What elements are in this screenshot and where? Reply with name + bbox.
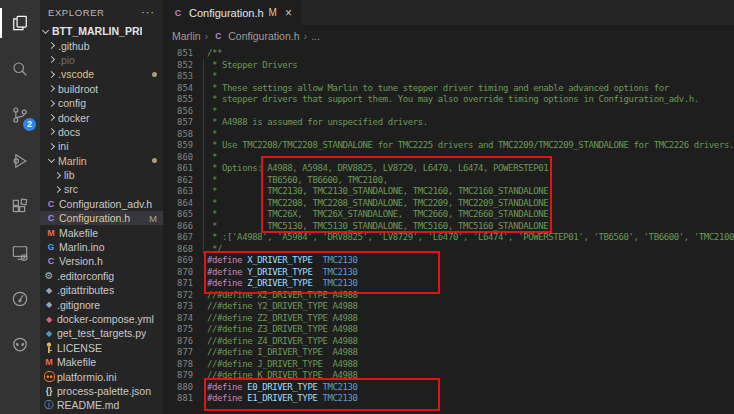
chevron-right-icon [53, 171, 62, 180]
search-icon[interactable] [0, 46, 40, 92]
tree-item-marlin-ino[interactable]: GMarlin.ino [40, 240, 163, 254]
more-actions-icon[interactable]: ··· [141, 9, 155, 15]
code-line[interactable]: 876//#define Z4_DRIVER_TYPE A4988 [163, 336, 734, 348]
tree-item-btt-marlin-pri[interactable]: BTT_MARLIN_PRI [40, 24, 163, 38]
line-text: * TMC2130, TMC2130_STANDALONE, TMC2160, … [207, 186, 553, 198]
breadcrumb-file[interactable]: Configuration.h [228, 30, 299, 42]
tree-item-configuration-adv-h[interactable]: CConfiguration_adv.h [40, 197, 163, 211]
tree-item--editorconfig[interactable]: ⚙.editorconfig [40, 269, 163, 283]
line-text: * [207, 129, 217, 141]
code-line[interactable]: 877//#define I_DRIVER_TYPE A4988 [163, 347, 734, 359]
code-line[interactable]: 873//#define Y2_DRIVER_TYPE A4988 [163, 301, 734, 313]
code-line[interactable]: 871#define Z_DRIVER_TYPE TMC2130 [163, 278, 734, 290]
line-number: 858 [163, 129, 193, 141]
code-line[interactable]: 856 * [163, 106, 734, 118]
remote-explorer-icon[interactable] [0, 230, 40, 276]
code-line[interactable]: 858 * [163, 129, 734, 141]
line-number: 860 [163, 152, 193, 164]
line-number: 878 [163, 359, 193, 371]
tab-close-icon[interactable]: × [285, 6, 292, 20]
line-text: //#define Z2_DRIVER_TYPE A4988 [207, 313, 358, 325]
code-line[interactable]: 875//#define Z3_DRIVER_TYPE A4988 [163, 324, 734, 336]
line-text: //#define I_DRIVER_TYPE A4988 [207, 347, 358, 359]
code-line[interactable]: 857 * A4988 is assumed for unspecified d… [163, 117, 734, 129]
code-line[interactable]: 866 * TMC5130, TMC5130_STANDALONE, TMC51… [163, 221, 734, 233]
tree-item-configuration-h[interactable]: CConfiguration.hM [40, 211, 163, 225]
tree-item-docs[interactable]: docs [40, 125, 163, 139]
tree-item-ini[interactable]: ini [40, 139, 163, 153]
breadcrumb-folder[interactable]: Marlin [172, 30, 201, 42]
tree-item-label: LICENSE [57, 342, 102, 354]
tree-item-label: platformio.ini [57, 371, 117, 383]
tree-item-docker-compose-yml[interactable]: ◆docker-compose.yml [40, 312, 163, 326]
tree-item--github[interactable]: .github [40, 38, 163, 52]
line-text: * Stepper Drivers [207, 60, 297, 72]
code-line[interactable]: 870#define Y_DRIVER_TYPE TMC2130 [163, 267, 734, 279]
code-line[interactable]: 859 * Use TMC2208/TMC2208_STANDALONE for… [163, 140, 734, 152]
chevron-right-icon [47, 70, 56, 79]
tree-item-readme-md[interactable]: ⓘREADME.md [40, 398, 163, 412]
pio-home-icon[interactable] [0, 276, 40, 322]
chevron-right-icon: › [205, 30, 209, 42]
tree-item-lib[interactable]: lib [40, 168, 163, 182]
code-editor[interactable]: 851/**852 * Stepper Drivers853 *854 * Th… [163, 47, 734, 414]
tree-item-docker[interactable]: docker [40, 110, 163, 124]
tree-item-license[interactable]: LICENSE [40, 341, 163, 355]
tree-item-label: .pio [58, 54, 75, 66]
tree-item--pio[interactable]: .pio [40, 53, 163, 67]
code-line[interactable]: 852 * Stepper Drivers [163, 60, 734, 72]
line-text: * TMC5130, TMC5130_STANDALONE, TMC5160, … [207, 221, 548, 233]
code-line[interactable]: 879//#define K_DRIVER_TYPE A4988 [163, 370, 734, 382]
code-line[interactable]: 878//#define J_DRIVER_TYPE A4988 [163, 359, 734, 371]
tree-item-label: BTT_MARLIN_PRI [52, 25, 142, 37]
explorer-icon[interactable] [0, 0, 40, 46]
code-line[interactable]: 869#define X_DRIVER_TYPE TMC2130 [163, 255, 734, 267]
tree-item--gitignore[interactable]: ◆.gitignore [40, 297, 163, 311]
code-line[interactable]: 854 * These settings allow Marlin to tun… [163, 83, 734, 95]
run-debug-icon[interactable] [0, 138, 40, 184]
tab-configuration-h[interactable]: C Configuration.h M × [163, 0, 301, 25]
tree-item--vscode[interactable]: .vscode [40, 67, 163, 81]
vscode-window: { "colors":{"comment":"#6A9955","preproc… [0, 0, 734, 414]
code-line[interactable]: 880#define E0_DRIVER_TYPE TMC2130 [163, 382, 734, 394]
tree-item-makefile[interactable]: MMakefile [40, 355, 163, 369]
source-control-icon[interactable]: 2 [0, 92, 40, 138]
code-line[interactable]: 860 * [163, 152, 734, 164]
code-line[interactable]: 861 * Options: A4988, A5984, DRV8825, LV… [163, 163, 734, 175]
tree-item-label: Makefile [59, 227, 98, 239]
tree-item-src[interactable]: src [40, 182, 163, 196]
code-line[interactable]: 881#define E1_DRIVER_TYPE TMC2130 [163, 393, 734, 405]
platformio-alien-icon[interactable] [0, 322, 40, 368]
tree-item--gitattributes[interactable]: ◆.gitattributes [40, 283, 163, 297]
code-line[interactable]: 868 */ [163, 244, 734, 256]
tree-item-version-h[interactable]: CVersion.h [40, 254, 163, 268]
c-file-icon: C [45, 212, 57, 224]
python-icon: ◆ [43, 327, 55, 339]
extensions-icon[interactable] [0, 184, 40, 230]
code-line[interactable]: 853 * [163, 71, 734, 83]
code-line[interactable]: 872//#define X2_DRIVER_TYPE A4988 [163, 290, 734, 302]
tree-item-get-test-targets-py[interactable]: ◆get_test_targets.py [40, 326, 163, 340]
code-line[interactable]: 851/** [163, 48, 734, 60]
code-line[interactable]: 855 * stepper drivers that support them.… [163, 94, 734, 106]
code-line[interactable]: 862 * TB6560, TB6600, TMC2100, [163, 175, 734, 187]
tree-item-makefile[interactable]: MMakefile [40, 225, 163, 239]
tree-item-marlin[interactable]: Marlin [40, 154, 163, 168]
tree-item-buildroot[interactable]: buildroot [40, 82, 163, 96]
code-line[interactable]: 864 * TMC2208, TMC2208_STANDALONE, TMC22… [163, 198, 734, 210]
code-line[interactable]: 867 * :['A4988', 'A5984', 'DRV8825', 'LV… [163, 232, 734, 244]
chevron-right-icon [47, 127, 56, 136]
code-line[interactable]: 865 * TMC26X, TMC26X_STANDALONE, TMC2660… [163, 209, 734, 221]
tree-item-label: Configuration_adv.h [59, 198, 152, 210]
tree-item-platformio-ini[interactable]: platformio.ini [40, 369, 163, 383]
line-number: 853 [163, 71, 193, 83]
code-line[interactable]: 863 * TMC2130, TMC2130_STANDALONE, TMC21… [163, 186, 734, 198]
code-line[interactable]: 874//#define Z2_DRIVER_TYPE A4988 [163, 313, 734, 325]
tree-item-label: process-palette.json [57, 385, 151, 397]
line-text: * [207, 152, 217, 164]
tree-item-process-palette-json[interactable]: {}process-palette.json [40, 384, 163, 398]
breadcrumb-symbol[interactable]: ... [311, 30, 320, 42]
tree-item-config[interactable]: config [40, 96, 163, 110]
chevron-right-icon [47, 41, 56, 50]
line-text: #define Z_DRIVER_TYPE TMC2130 [207, 278, 358, 290]
